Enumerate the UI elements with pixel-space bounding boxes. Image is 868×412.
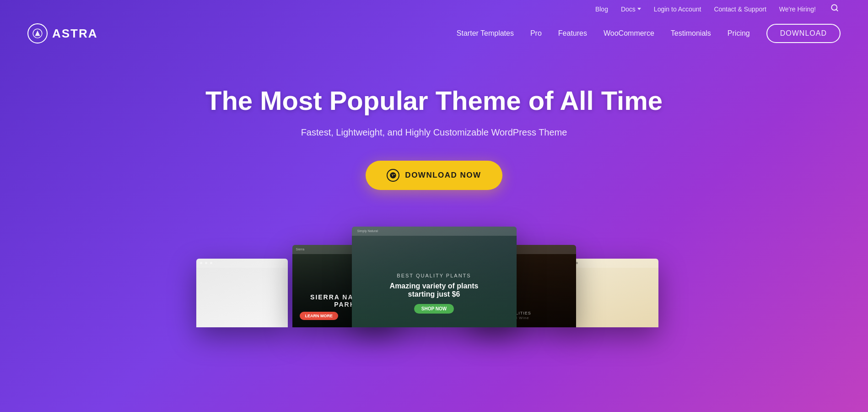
hiring-link[interactable]: We're Hiring! [779,5,816,13]
preview-card-far-left [196,259,288,327]
theme-preview: Sierra SIERRA NATURAL PARK LEARN MORE Si… [27,217,841,327]
preview-card-plants: Simply Natural BEST QUALITY PLANTS Amazi… [352,227,517,327]
plant-heading: Amazing variety of plantsstarting just $… [390,282,479,298]
logo-icon [27,23,48,43]
search-button[interactable] [829,4,841,14]
nav-woocommerce[interactable]: WooCommerce [604,29,654,38]
docs-link[interactable]: Docs [621,5,641,13]
sierra-btn: LEARN MORE [300,312,339,320]
nav-pro[interactable]: Pro [530,29,542,38]
login-link[interactable]: Login to Account [654,5,701,13]
preview-card-far-right [567,259,658,327]
nav-features[interactable]: Features [558,29,587,38]
nav-pricing[interactable]: Pricing [728,29,750,38]
svg-line-1 [836,9,837,11]
top-bar: Blog Docs Login to Account Contact & Sup… [0,0,868,18]
nav-dot [200,262,202,264]
download-now-label: DOWNLOAD NOW [405,171,481,180]
hero-subheading: Fastest, Lightweight, and Highly Customi… [27,127,841,138]
plant-card-content: BEST QUALITY PLANTS Amazing variety of p… [352,227,517,327]
download-now-button[interactable]: DOWNLOAD NOW [366,161,502,190]
nav-testimonials[interactable]: Testimonials [671,29,711,38]
docs-chevron-icon [637,8,641,10]
logo[interactable]: ASTRA [27,23,98,43]
nav-links: Starter Templates Pro Features WooCommer… [457,24,841,43]
svg-marker-3 [35,30,40,36]
shop-btn: SHOP NOW [414,304,454,314]
nav-starter-templates[interactable]: Starter Templates [457,29,514,38]
wordpress-icon [387,169,399,182]
plant-small-text: BEST QUALITY PLANTS [397,273,471,278]
mini-nav-far-right [567,259,658,268]
mini-nav-far-left [196,259,288,268]
hero-heading: The Most Popular Theme of All Time [27,86,841,116]
nav-dot [205,262,207,264]
hero-section: The Most Popular Theme of All Time Faste… [0,49,868,355]
contact-link[interactable]: Contact & Support [714,5,766,13]
mini-nav-plants: Simply Natural [352,227,517,236]
nav-dot [210,262,212,264]
search-icon [830,4,839,12]
main-nav: ASTRA Starter Templates Pro Features Woo… [0,18,868,49]
download-button[interactable]: DOWNLOAD [766,24,841,43]
blog-link[interactable]: Blog [595,5,608,13]
logo-text: ASTRA [52,27,98,41]
